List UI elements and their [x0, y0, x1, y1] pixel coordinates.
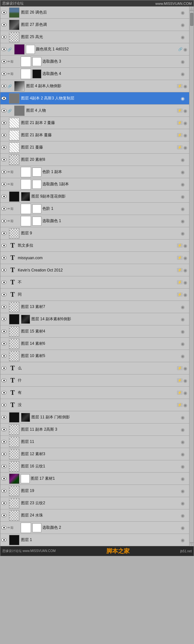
eye-icon[interactable] [0, 141, 7, 153]
eye-icon[interactable] [0, 215, 7, 227]
layer-row[interactable]: 图层 11 副本 门框倒影◉ [0, 411, 189, 424]
layer-row[interactable]: 图层 15 素材4◉ [0, 325, 189, 338]
layer-options-icon[interactable]: ◉ [181, 231, 185, 236]
eye-icon[interactable] [0, 424, 7, 435]
eye-icon[interactable] [0, 473, 7, 485]
layer-row[interactable]: 图层 11◉ [0, 436, 189, 448]
layer-options-icon[interactable]: ◉ [181, 427, 185, 432]
layer-row[interactable]: ✏⛓选取颜色 3◉ [0, 56, 189, 68]
scrollbar[interactable] [189, 6, 194, 546]
layer-options-icon[interactable]: ◉ [183, 268, 187, 273]
layer-options-icon[interactable]: ◉ [181, 35, 185, 40]
layer-options-icon[interactable]: ◉ [181, 317, 185, 322]
layer-options-icon[interactable]: ◉ [181, 476, 185, 481]
layer-row[interactable]: ✏⛓选取颜色 2◉ [0, 522, 189, 534]
layer-row[interactable]: 图层 19◉ [0, 485, 189, 497]
eye-icon[interactable] [0, 68, 7, 80]
eye-icon[interactable] [0, 338, 7, 350]
eye-icon[interactable] [0, 374, 7, 386]
layer-options-icon[interactable]: ◉ [183, 145, 187, 150]
layer-options-icon[interactable]: ◉ [181, 464, 185, 469]
layer-row[interactable]: 图层 24 水珠◉ [0, 509, 189, 522]
layer-row[interactable]: 图层 21 蔓藤⚡◉ [0, 141, 189, 154]
layer-row[interactable]: 图层 11 副本 2高斯 3◉ [0, 424, 189, 436]
layer-options-icon[interactable]: ◉ [181, 219, 185, 224]
layer-row[interactable]: 图层 20 素材8◉ [0, 154, 189, 166]
eye-icon[interactable] [0, 460, 7, 472]
eye-icon[interactable] [0, 325, 7, 337]
eye-icon[interactable] [0, 399, 7, 411]
eye-icon[interactable] [0, 31, 7, 43]
layer-row[interactable]: 图层 9副本莲花倒影◉ [0, 190, 189, 203]
eye-icon[interactable] [0, 178, 7, 190]
eye-icon[interactable] [0, 534, 7, 546]
eye-icon[interactable] [0, 240, 7, 251]
layer-row[interactable]: 图层 21 副本 蔓藤⚡◉ [0, 129, 189, 141]
layer-row[interactable]: T同⚡◉ [0, 289, 189, 301]
layer-options-icon[interactable]: ◉ [181, 415, 185, 420]
scrollbar-thumb[interactable] [190, 13, 193, 26]
layer-options-icon[interactable]: ◉ [181, 71, 185, 77]
layer-row[interactable]: 图层 12 素材3◉ [0, 448, 189, 460]
layer-options-icon[interactable]: ◉ [183, 47, 187, 52]
layer-row[interactable]: 🔗图层 4 副本人物倒影⚡◉ [0, 80, 189, 92]
eye-icon[interactable] [0, 6, 7, 18]
layer-options-icon[interactable]: ◉ [183, 120, 187, 126]
layer-row[interactable]: 图层 26 调色后◉ [0, 6, 189, 19]
eye-icon[interactable] [0, 92, 7, 104]
layer-row[interactable]: 图层 23 云纹2◉ [0, 497, 189, 509]
layer-options-icon[interactable]: ◉ [181, 206, 185, 211]
layer-row[interactable]: T有⚡◉ [0, 387, 189, 399]
layer-row[interactable]: 图层 25 高光◉ [0, 31, 189, 43]
layer-options-icon[interactable]: ◉ [183, 390, 187, 395]
eye-icon[interactable] [0, 448, 7, 460]
layer-row[interactable]: 图层 14 素材6◉ [0, 338, 189, 350]
layer-options-icon[interactable]: ◉ [181, 341, 185, 346]
layer-row[interactable]: TKevin's Creation Oct 2012⚡◉ [0, 264, 189, 276]
eye-icon[interactable] [0, 203, 7, 215]
eye-icon[interactable] [0, 19, 7, 31]
layer-row[interactable]: 图层 10 素材5◉ [0, 350, 189, 362]
layer-options-icon[interactable]: ◉ [181, 513, 185, 518]
layer-row[interactable]: 🔗颜色填充 1 4d0152🔗◉ [0, 43, 189, 56]
layer-options-icon[interactable]: ◉ [181, 353, 185, 359]
eye-icon[interactable] [0, 350, 7, 362]
eye-icon[interactable] [0, 522, 7, 534]
layer-options-icon[interactable]: ◉ [181, 304, 185, 310]
eye-icon[interactable] [0, 497, 7, 509]
layer-row[interactable]: T不⚡◉ [0, 276, 189, 289]
eye-icon[interactable] [0, 411, 7, 423]
layer-options-icon[interactable]: ◉ [181, 525, 185, 530]
eye-icon[interactable] [0, 43, 7, 55]
layer-options-icon[interactable]: ◉ [181, 182, 185, 187]
eye-icon[interactable] [0, 264, 7, 276]
eye-icon[interactable] [0, 117, 7, 129]
layer-row[interactable]: 图层 27 原色调◉ [0, 19, 189, 31]
layer-options-icon[interactable]: ◉ [183, 292, 187, 297]
eye-icon[interactable] [0, 166, 7, 178]
layer-options-icon[interactable]: ◉ [181, 452, 185, 457]
layer-options-icon[interactable]: ◉ [183, 108, 187, 113]
eye-icon[interactable] [0, 276, 7, 288]
eye-icon[interactable] [0, 387, 7, 399]
layer-row[interactable]: 图层 17 素材1◉ [0, 473, 189, 485]
layer-options-icon[interactable]: ◉ [181, 22, 185, 27]
layer-options-icon[interactable]: ◉ [181, 59, 185, 64]
layer-row[interactable]: ✏⛓选取颜色 1副本◉ [0, 178, 189, 190]
layer-row[interactable]: ✏⛓选取颜色 4◉ [0, 68, 189, 80]
scroll-arrow-up[interactable] [190, 7, 194, 11]
layer-options-icon[interactable]: ◉ [181, 488, 185, 494]
layer-options-icon[interactable]: ◉ [181, 169, 185, 175]
layer-row[interactable]: T么⚡◉ [0, 362, 189, 374]
layer-row[interactable]: ✏⛓色阶 1◉ [0, 203, 189, 215]
layer-options-icon[interactable]: ◉ [183, 255, 187, 261]
layer-row[interactable]: Tmissyuan.com⚡◉ [0, 252, 189, 264]
eye-icon[interactable] [0, 313, 7, 325]
eye-icon[interactable] [0, 289, 7, 301]
layer-options-icon[interactable]: ◉ [183, 280, 187, 285]
layer-options-icon[interactable]: ◉ [183, 366, 187, 371]
eye-icon[interactable] [0, 154, 7, 166]
layer-options-icon[interactable]: ◉ [183, 133, 187, 138]
layer-options-icon[interactable]: ◉ [183, 378, 187, 383]
layer-row[interactable]: 图层 14 副本素材6倒影◉ [0, 313, 189, 325]
